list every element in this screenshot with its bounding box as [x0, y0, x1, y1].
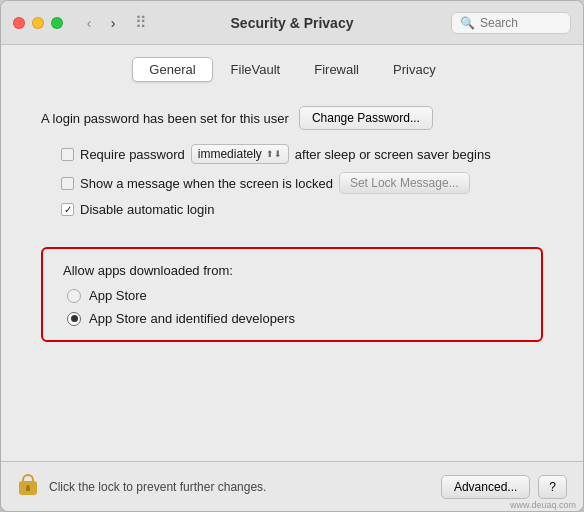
titlebar: ‹ › ⠿ Security & Privacy 🔍	[1, 1, 583, 45]
lock-icon[interactable]	[17, 474, 39, 500]
footer-lock-text: Click the lock to prevent further change…	[49, 480, 431, 494]
tab-firewall[interactable]: Firewall	[298, 57, 375, 82]
radio-app-store-identified[interactable]: App Store and identified developers	[67, 311, 521, 326]
show-message-row: Show a message when the screen is locked…	[61, 172, 543, 194]
allow-apps-section: Allow apps downloaded from: App Store Ap…	[41, 247, 543, 342]
help-button[interactable]: ?	[538, 475, 567, 499]
watermark: www.deuaq.com	[510, 500, 576, 510]
tabs-bar: General FileVault Firewall Privacy	[1, 45, 583, 90]
immediately-value: immediately	[198, 147, 262, 161]
tab-filevault[interactable]: FileVault	[215, 57, 297, 82]
tab-general[interactable]: General	[132, 57, 212, 82]
back-arrow-icon[interactable]: ‹	[79, 13, 99, 33]
nav-arrows: ‹ ›	[79, 13, 123, 33]
lock-body	[19, 481, 37, 495]
radio-app-store-icon[interactable]	[67, 289, 81, 303]
require-password-row: Require password immediately ⬆⬇ after sl…	[61, 144, 543, 164]
require-password-checkbox[interactable]	[61, 148, 74, 161]
close-button[interactable]	[13, 17, 25, 29]
maximize-button[interactable]	[51, 17, 63, 29]
radio-app-store-identified-icon[interactable]	[67, 312, 81, 326]
require-password-label: Require password	[80, 147, 185, 162]
disable-login-checkbox[interactable]: ✓	[61, 203, 74, 216]
radio-app-store[interactable]: App Store	[67, 288, 521, 303]
forward-arrow-icon[interactable]: ›	[103, 13, 123, 33]
minimize-button[interactable]	[32, 17, 44, 29]
search-input[interactable]	[480, 16, 570, 30]
after-sleep-label: after sleep or screen saver begins	[295, 147, 491, 162]
disable-login-label: Disable automatic login	[80, 202, 214, 217]
main-window: ‹ › ⠿ Security & Privacy 🔍 General FileV…	[0, 0, 584, 512]
radio-app-store-identified-label: App Store and identified developers	[89, 311, 295, 326]
window-title: Security & Privacy	[231, 15, 354, 31]
show-message-checkbox[interactable]	[61, 177, 74, 190]
options-section: Require password immediately ⬆⬇ after sl…	[41, 144, 543, 217]
traffic-lights	[13, 17, 63, 29]
show-message-label: Show a message when the screen is locked	[80, 176, 333, 191]
radio-options: App Store App Store and identified devel…	[63, 288, 521, 326]
password-row: A login password has been set for this u…	[41, 102, 543, 134]
password-label: A login password has been set for this u…	[41, 111, 289, 126]
grid-icon[interactable]: ⠿	[135, 13, 147, 32]
search-icon: 🔍	[460, 16, 475, 30]
allow-apps-title: Allow apps downloaded from:	[63, 263, 521, 278]
content-area: A login password has been set for this u…	[1, 90, 583, 461]
radio-app-store-label: App Store	[89, 288, 147, 303]
search-box[interactable]: 🔍	[451, 12, 571, 34]
set-lock-message-button[interactable]: Set Lock Message...	[339, 172, 470, 194]
dropdown-arrow-icon: ⬆⬇	[266, 149, 282, 159]
immediately-dropdown[interactable]: immediately ⬆⬇	[191, 144, 289, 164]
footer: Click the lock to prevent further change…	[1, 461, 583, 511]
tab-privacy[interactable]: Privacy	[377, 57, 452, 82]
disable-login-row: ✓ Disable automatic login	[61, 202, 543, 217]
lock-keyhole	[26, 485, 30, 491]
advanced-button[interactable]: Advanced...	[441, 475, 530, 499]
footer-buttons: Advanced... ?	[441, 475, 567, 499]
change-password-button[interactable]: Change Password...	[299, 106, 433, 130]
